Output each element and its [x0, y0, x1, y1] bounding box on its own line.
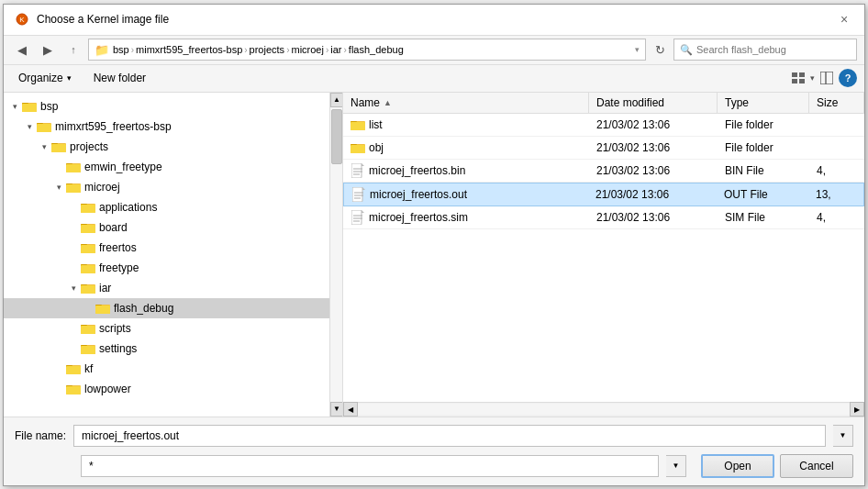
sidebar-item-lowpower[interactable]: ▶ lowpower — [4, 379, 342, 399]
table-row[interactable]: obj 21/03/02 13:06 File folder — [343, 137, 864, 160]
file-table-header: Name ▲ Date modified Type Size — [343, 93, 864, 114]
file-size-text: 4, — [817, 164, 826, 177]
file-doc-icon — [351, 163, 365, 178]
svg-rect-10 — [22, 104, 37, 112]
file-cell-name: microej_freertos.sim — [343, 206, 589, 228]
sidebar-item-bsp[interactable]: ▾ bsp — [4, 96, 342, 117]
sidebar-label-bsp: bsp — [40, 100, 58, 113]
scroll-up[interactable]: ▲ — [330, 93, 343, 107]
sidebar-label-projects: projects — [70, 140, 108, 153]
sidebar-item-flash-debug[interactable]: ▶ flash_debug — [4, 298, 342, 318]
filename-dropdown-btn[interactable]: ▼ — [833, 425, 853, 447]
horizontal-scrollbar[interactable]: ◀ ▶ — [343, 402, 864, 417]
file-cell-date: 21/03/02 13:06 — [589, 160, 718, 182]
table-row[interactable]: microej_freertos.sim 21/03/02 13:06 SIM … — [343, 206, 864, 229]
sidebar-item-applications[interactable]: ▶ applications — [4, 197, 342, 217]
table-row[interactable]: microej_freertos.bin 21/03/02 13:06 BIN … — [343, 160, 864, 183]
sidebar-item-settings[interactable]: ▶ settings — [4, 339, 342, 359]
file-date-text: 21/03/02 13:06 — [596, 164, 670, 177]
file-date-text: 21/03/02 13:06 — [595, 188, 669, 201]
filetype-dropdown-btn[interactable]: ▼ — [666, 455, 686, 477]
help-button[interactable]: ? — [839, 69, 857, 87]
sidebar-item-kf[interactable]: ▶ kf — [4, 359, 342, 379]
sidebar-item-microej[interactable]: ▾ microej — [4, 177, 342, 197]
col-header-name[interactable]: Name ▲ — [343, 93, 589, 113]
svg-rect-19 — [66, 164, 81, 172]
sidebar-item-board[interactable]: ▶ board — [4, 217, 342, 238]
crumb-projects[interactable]: projects — [250, 44, 285, 55]
sidebar-scrollbar[interactable]: ▲ ▼ — [329, 93, 342, 417]
filetype-input[interactable] — [81, 455, 659, 477]
bottom-bar: File name: ▼ ▼ Open Cancel — [4, 417, 864, 485]
address-bar[interactable]: 📁 bsp › mimxrt595_freertos-bsp › project… — [88, 39, 646, 61]
crumb-microej[interactable]: microej — [291, 44, 323, 55]
folder-icon-board — [81, 220, 95, 235]
toggle-microej[interactable]: ▾ — [51, 180, 66, 194]
scroll-thumb[interactable] — [331, 109, 342, 164]
views-arrow[interactable]: ▾ — [810, 73, 815, 83]
sidebar-item-projects[interactable]: ▾ projects — [4, 137, 342, 157]
col-header-date[interactable]: Date modified — [589, 93, 718, 113]
file-type-text: File folder — [725, 118, 773, 131]
up-button[interactable]: ↑ — [62, 39, 84, 61]
crumb-flash-debug[interactable]: flash_debug — [349, 44, 404, 55]
organize-button[interactable]: Organize ▾ — [11, 68, 79, 88]
svg-marker-65 — [362, 187, 365, 190]
file-name-text: microej_freertos.bin — [369, 164, 465, 177]
svg-rect-49 — [66, 366, 81, 374]
folder-icon-applications — [81, 200, 95, 215]
table-row[interactable]: list 21/03/02 13:06 File folder — [343, 114, 864, 137]
scroll-h-track[interactable] — [358, 404, 850, 415]
filename-label: File name: — [15, 429, 66, 442]
file-name-text: obj — [369, 141, 384, 154]
view-list-button[interactable] — [788, 68, 808, 88]
col-header-type[interactable]: Type — [718, 93, 809, 113]
close-button[interactable]: × — [835, 10, 853, 28]
file-cell-type: File folder — [718, 114, 809, 136]
crumb-bsp[interactable]: bsp — [113, 44, 129, 55]
sidebar-item-scripts[interactable]: ▶ scripts — [4, 318, 342, 339]
file-cell-date: 21/03/02 13:06 — [589, 206, 718, 228]
toggle-bsp[interactable]: ▾ — [7, 99, 22, 114]
folder-icon-projects — [51, 139, 66, 154]
sidebar-item-freetype[interactable]: ▶ freetype — [4, 258, 342, 278]
file-table: Name ▲ Date modified Type Size — [343, 93, 864, 402]
scroll-right-btn[interactable]: ▶ — [850, 402, 864, 417]
search-input[interactable] — [696, 44, 851, 55]
back-button[interactable]: ◀ — [11, 39, 33, 61]
address-dropdown-arrow[interactable]: ▾ — [635, 45, 640, 54]
table-row-selected[interactable]: microej_freertos.out 21/03/02 13:06 OUT … — [343, 183, 864, 206]
toggle-mimxrt[interactable]: ▾ — [22, 119, 37, 134]
folder-icon-lowpower — [66, 382, 81, 396]
open-button[interactable]: Open — [701, 454, 774, 478]
svg-rect-31 — [81, 245, 95, 253]
toggle-projects[interactable]: ▾ — [37, 139, 51, 154]
crumb-iar[interactable]: iar — [330, 44, 341, 55]
file-name-text: list — [369, 118, 383, 131]
file-name-text: microej_freertos.out — [370, 188, 467, 201]
sidebar-item-mimxrt[interactable]: ▾ mimxrt595_freertos-bsp — [4, 117, 342, 137]
file-date-text: 21/03/02 13:06 — [596, 211, 670, 224]
filename-input[interactable] — [73, 425, 826, 447]
sidebar-label-scripts: scripts — [99, 322, 131, 335]
refresh-button[interactable]: ↻ — [650, 39, 670, 60]
scroll-track[interactable] — [330, 107, 342, 402]
toggle-iar[interactable]: ▾ — [66, 281, 81, 295]
sidebar-item-freertos[interactable]: ▶ freertos — [4, 238, 342, 258]
forward-button[interactable]: ▶ — [37, 39, 59, 61]
crumb-mimxrt[interactable]: mimxrt595_freertos-bsp — [136, 44, 242, 55]
cancel-button[interactable]: Cancel — [780, 454, 853, 478]
svg-rect-52 — [66, 386, 81, 395]
scroll-down[interactable]: ▼ — [330, 402, 343, 417]
preview-button[interactable] — [817, 68, 837, 88]
sidebar-item-emwin[interactable]: ▶ emwin_freetype — [4, 157, 342, 177]
sidebar-item-iar[interactable]: ▾ iar — [4, 278, 342, 298]
svg-rect-58 — [351, 145, 365, 153]
new-folder-button[interactable]: New folder — [86, 68, 153, 88]
dialog-title: Choose a Kernel image file — [37, 13, 169, 26]
col-header-size[interactable]: Size — [809, 93, 864, 113]
search-box[interactable]: 🔍 — [673, 39, 857, 61]
file-cell-name: list — [343, 114, 589, 136]
filetype-row: ▼ Open Cancel — [15, 454, 853, 478]
scroll-left-btn[interactable]: ◀ — [343, 402, 358, 417]
